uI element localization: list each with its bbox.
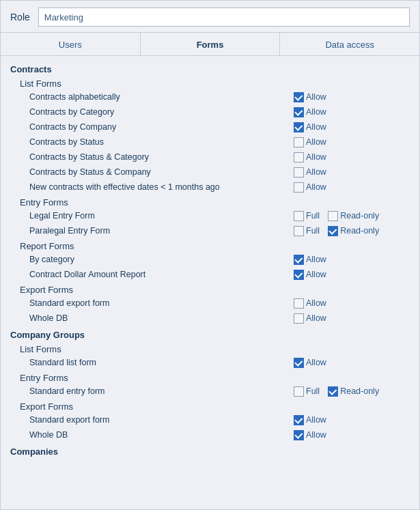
cb-contract-dollar-allow[interactable]	[294, 270, 304, 280]
row-contracts-company: Contracts by Company Allow	[1, 119, 419, 134]
content: Contracts List Forms Contracts alphabeti…	[1, 56, 419, 458]
cb-contracts-effective-allow[interactable]	[294, 182, 304, 193]
tab-forms[interactable]: Forms	[141, 33, 281, 55]
cb-legal-readonly[interactable]	[328, 211, 338, 221]
cb-standard-export-contracts-allow[interactable]	[294, 298, 304, 309]
cb-standard-export-cg-allow[interactable]	[294, 415, 304, 425]
cb-contracts-status-co-allow[interactable]	[294, 167, 304, 178]
row-whole-db-cg: Whole DB Allow	[1, 427, 419, 442]
group-list-forms-cg: List Forms	[1, 341, 419, 355]
cb-standard-entry-cg-readonly[interactable]	[328, 386, 338, 397]
cb-legal-full[interactable]	[294, 211, 304, 221]
cb-contracts-company-allow[interactable]	[294, 122, 304, 132]
section-companies: Companies	[1, 442, 419, 458]
tab-data-access[interactable]: Data access	[280, 33, 419, 55]
group-export-forms-contracts: Export Forms	[1, 282, 419, 296]
row-legal-entry: Legal Entry Form Full Read-only	[1, 208, 419, 223]
cb-paralegal-full[interactable]	[294, 226, 304, 236]
group-export-forms-cg: Export Forms	[1, 399, 419, 412]
tab-users[interactable]: Users	[1, 33, 141, 55]
section-company-groups: Company Groups	[1, 326, 419, 341]
row-contracts-effective: New contracts with effective dates < 1 m…	[1, 180, 419, 195]
cb-by-category-allow[interactable]	[294, 255, 304, 265]
cb-contracts-alpha-allow[interactable]	[294, 92, 304, 102]
cb-standard-entry-cg-full[interactable]	[294, 386, 304, 397]
role-input[interactable]	[38, 8, 410, 27]
row-standard-entry-cg: Standard entry form Full Read-only	[1, 384, 419, 399]
role-row: Role	[1, 1, 419, 33]
row-contracts-category: Contracts by Category Allow	[1, 104, 419, 119]
group-list-forms-contracts: List Forms	[1, 76, 419, 89]
role-label: Role	[10, 12, 30, 23]
cb-standard-list-cg-allow[interactable]	[294, 358, 304, 368]
row-standard-list-cg: Standard list form Allow	[1, 355, 419, 370]
section-contracts: Contracts	[1, 60, 419, 76]
row-contracts-status: Contracts by Status Allow	[1, 134, 419, 150]
page: Role Users Forms Data access Contracts L…	[0, 0, 420, 510]
cb-contracts-category-allow[interactable]	[294, 107, 304, 117]
row-standard-export-cg: Standard export form Allow	[1, 412, 419, 427]
cb-paralegal-readonly[interactable]	[328, 226, 338, 236]
row-by-category: By category Allow	[1, 252, 419, 267]
row-contract-dollar: Contract Dollar Amount Report Allow	[1, 267, 419, 282]
group-report-forms-contracts: Report Forms	[1, 238, 419, 252]
cb-contracts-status-allow[interactable]	[294, 137, 304, 147]
row-contracts-status-cat: Contracts by Status & Category Allow	[1, 150, 419, 165]
group-entry-forms-cg: Entry Forms	[1, 370, 419, 384]
tab-bar: Users Forms Data access	[1, 33, 419, 56]
cb-whole-db-cg-allow[interactable]	[294, 430, 304, 440]
cb-whole-db-contracts-allow[interactable]	[294, 313, 304, 324]
row-whole-db-contracts: Whole DB Allow	[1, 311, 419, 326]
group-entry-forms-contracts: Entry Forms	[1, 195, 419, 208]
row-contracts-alpha: Contracts alphabetically Allow	[1, 89, 419, 104]
row-standard-export-contracts: Standard export form Allow	[1, 296, 419, 311]
row-contracts-status-co: Contracts by Status & Company Allow	[1, 165, 419, 180]
row-paralegal-entry: Paralegal Entry Form Full Read-only	[1, 223, 419, 238]
cb-contracts-status-cat-allow[interactable]	[294, 152, 304, 162]
